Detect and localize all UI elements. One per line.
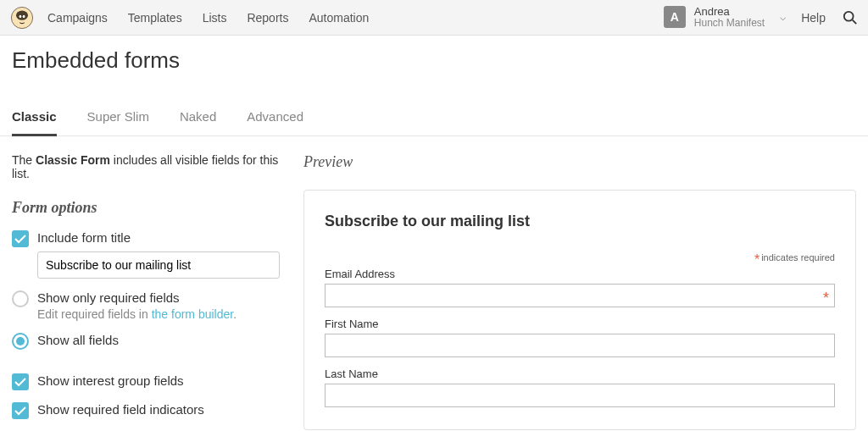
svg-line-5 bbox=[853, 19, 857, 24]
include-title-label: Include form title bbox=[37, 230, 280, 245]
form-tabs: Classic Super Slim Naked Advanced bbox=[0, 101, 868, 136]
first-name-label: First Name bbox=[325, 318, 835, 330]
account-name: Andrea bbox=[694, 6, 765, 18]
avatar: A bbox=[664, 6, 686, 28]
tab-advanced[interactable]: Advanced bbox=[247, 101, 303, 135]
required-only-label: Show only required fields bbox=[37, 290, 280, 305]
preview-heading: Preview bbox=[303, 153, 856, 171]
show-all-label: Show all fields bbox=[37, 333, 280, 347]
top-nav: Campaigns Templates Lists Reports Automa… bbox=[0, 0, 868, 36]
tab-classic[interactable]: Classic bbox=[12, 101, 57, 136]
first-name-input[interactable] bbox=[325, 334, 835, 357]
account-org: Hunch Manifest bbox=[694, 18, 765, 29]
preview-card: Subscribe to our mailing list *indicates… bbox=[303, 190, 856, 430]
last-name-input[interactable] bbox=[325, 384, 835, 407]
svg-point-2 bbox=[19, 14, 22, 18]
form-title-input[interactable] bbox=[37, 251, 280, 279]
tab-naked[interactable]: Naked bbox=[180, 101, 216, 135]
show-all-radio[interactable] bbox=[12, 333, 29, 350]
search-icon[interactable] bbox=[843, 10, 858, 25]
mailchimp-logo[interactable] bbox=[10, 6, 34, 30]
form-builder-link[interactable]: the form builder bbox=[152, 307, 234, 321]
email-label: Email Address bbox=[325, 268, 835, 280]
required-only-sub: Edit required fields in the form builder… bbox=[37, 307, 280, 321]
required-indicators-label: Show required field indicators bbox=[37, 402, 280, 417]
page-title: Embedded forms bbox=[0, 36, 868, 80]
svg-point-3 bbox=[23, 14, 25, 18]
preview-form-title: Subscribe to our mailing list bbox=[325, 213, 835, 230]
interest-groups-label: Show interest group fields bbox=[37, 373, 280, 388]
nav-campaigns[interactable]: Campaigns bbox=[47, 8, 108, 28]
nav-automation[interactable]: Automation bbox=[309, 8, 369, 28]
svg-point-4 bbox=[844, 11, 854, 20]
tab-super-slim[interactable]: Super Slim bbox=[87, 101, 149, 135]
last-name-label: Last Name bbox=[325, 367, 835, 380]
email-input[interactable] bbox=[325, 284, 835, 307]
help-link[interactable]: Help bbox=[801, 11, 826, 25]
nav-lists[interactable]: Lists bbox=[203, 8, 227, 28]
form-description: The Classic Form includes all visible fi… bbox=[12, 153, 280, 180]
nav-reports[interactable]: Reports bbox=[247, 8, 288, 28]
account-switcher[interactable]: A Andrea Hunch Manifest ⌵ bbox=[664, 6, 786, 29]
include-title-checkbox[interactable] bbox=[12, 230, 29, 247]
required-indicators-checkbox[interactable] bbox=[12, 402, 29, 419]
interest-groups-checkbox[interactable] bbox=[12, 373, 29, 390]
options-heading: Form options bbox=[12, 199, 280, 217]
required-only-radio[interactable] bbox=[12, 290, 29, 307]
required-note: *indicates required bbox=[754, 252, 835, 268]
required-star-icon: * bbox=[823, 290, 829, 307]
svg-point-1 bbox=[16, 10, 28, 19]
chevron-down-icon: ⌵ bbox=[780, 11, 786, 23]
nav-templates[interactable]: Templates bbox=[128, 8, 182, 28]
